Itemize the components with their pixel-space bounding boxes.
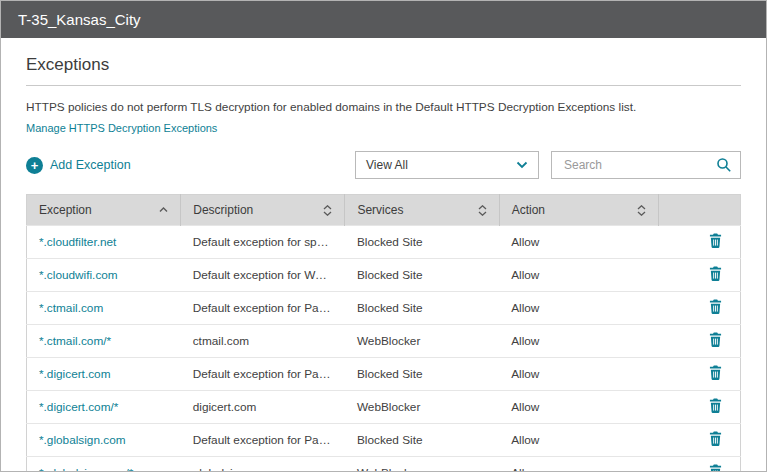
exceptions-table: Exception Description <box>26 194 741 472</box>
table-row: *.ctmail.com/*ctmail.comWebBlockerAllow <box>27 325 741 358</box>
delete-exception-button[interactable] <box>709 233 722 248</box>
exception-cell: *.cloudfilter.net <box>27 226 181 259</box>
trash-icon <box>709 398 722 413</box>
row-actions-cell <box>658 226 740 259</box>
row-actions-cell <box>658 457 740 472</box>
exception-link[interactable]: *.digicert.com <box>39 367 110 381</box>
delete-exception-button[interactable] <box>709 365 722 380</box>
manage-exceptions-link[interactable]: Manage HTTPS Decryption Exceptions <box>26 122 217 134</box>
exception-link[interactable]: *.ctmail.com/* <box>39 334 111 348</box>
exception-link[interactable]: *.globalsign.com <box>39 433 126 447</box>
exception-link[interactable]: *.cloudfilter.net <box>39 235 116 249</box>
row-actions-cell <box>658 325 740 358</box>
view-filter-dropdown[interactable]: View All <box>355 151 539 179</box>
column-header-exception[interactable]: Exception <box>27 195 181 226</box>
action-cell: Allow <box>499 259 658 292</box>
trash-icon <box>709 266 722 281</box>
page: T-35_Kansas_City Exceptions HTTPS polici… <box>0 0 767 472</box>
row-actions-cell <box>658 259 740 292</box>
search-box <box>551 151 741 179</box>
description-cell: Default exception for Wat... <box>181 259 345 292</box>
description-cell: Default exception for Pan... <box>181 424 345 457</box>
toolbar: + Add Exception View All <box>26 151 741 179</box>
row-actions-cell <box>658 424 740 457</box>
action-cell: Allow <box>499 358 658 391</box>
services-cell: Blocked Site <box>345 259 499 292</box>
search-input[interactable] <box>562 157 716 173</box>
sort-both-icon <box>478 205 487 216</box>
add-exception-button[interactable]: + Add Exception <box>26 157 131 174</box>
chevron-down-icon <box>516 161 528 169</box>
exception-cell: *.ctmail.com <box>27 292 181 325</box>
exception-cell: *.ctmail.com/* <box>27 325 181 358</box>
trash-icon <box>709 233 722 248</box>
exception-link[interactable]: *.digicert.com/* <box>39 400 118 414</box>
exception-cell: *.digicert.com <box>27 358 181 391</box>
description-cell: Default exception for Pan... <box>181 292 345 325</box>
sort-both-icon <box>637 205 646 216</box>
trash-icon <box>709 299 722 314</box>
sort-asc-icon <box>159 207 168 213</box>
services-cell: WebBlocker <box>345 391 499 424</box>
exception-link[interactable]: *.ctmail.com <box>39 301 103 315</box>
column-header-services[interactable]: Services <box>345 195 499 226</box>
description-cell: Default exception for spa... <box>181 226 345 259</box>
action-cell: Allow <box>499 325 658 358</box>
window-title-bar: T-35_Kansas_City <box>1 1 766 38</box>
description-cell: digicert.com <box>181 391 345 424</box>
services-cell: WebBlocker <box>345 325 499 358</box>
trash-icon <box>709 431 722 446</box>
delete-exception-button[interactable] <box>709 299 722 314</box>
delete-exception-button[interactable] <box>709 431 722 446</box>
description-cell: ctmail.com <box>181 325 345 358</box>
row-actions-cell <box>658 358 740 391</box>
delete-exception-button[interactable] <box>709 332 722 347</box>
services-cell: Blocked Site <box>345 292 499 325</box>
row-actions-cell <box>658 292 740 325</box>
table-row: *.cloudwifi.comDefault exception for Wat… <box>27 259 741 292</box>
exception-cell: *.globalsign.com/* <box>27 457 181 472</box>
column-header-action[interactable]: Action <box>499 195 658 226</box>
delete-exception-button[interactable] <box>709 398 722 413</box>
column-header-description[interactable]: Description <box>181 195 345 226</box>
services-cell: Blocked Site <box>345 424 499 457</box>
table-row: *.digicert.comDefault exception for Pan.… <box>27 358 741 391</box>
add-exception-label: Add Exception <box>50 158 131 172</box>
trash-icon <box>709 332 722 347</box>
column-header-actions-empty <box>658 195 740 226</box>
description-text: HTTPS policies do not perform TLS decryp… <box>26 100 741 114</box>
exceptions-table-body: *.cloudfilter.netDefault exception for s… <box>27 226 741 472</box>
delete-exception-button[interactable] <box>709 464 722 472</box>
exception-link[interactable]: *.cloudwifi.com <box>39 268 118 282</box>
search-icon[interactable] <box>716 157 732 173</box>
section-title: Exceptions <box>26 55 741 86</box>
plus-circle-icon: + <box>26 157 43 174</box>
exception-link[interactable]: *.globalsign.com/* <box>39 466 133 472</box>
action-cell: Allow <box>499 226 658 259</box>
services-cell: Blocked Site <box>345 358 499 391</box>
exception-cell: *.digicert.com/* <box>27 391 181 424</box>
table-row: *.ctmail.comDefault exception for Pan...… <box>27 292 741 325</box>
table-row: *.digicert.com/*digicert.comWebBlockerAl… <box>27 391 741 424</box>
description-cell: globalsign.com <box>181 457 345 472</box>
table-header-row: Exception Description <box>27 195 741 226</box>
table-row: *.globalsign.comDefault exception for Pa… <box>27 424 741 457</box>
description-cell: Default exception for Pan... <box>181 358 345 391</box>
table-row: *.globalsign.com/*globalsign.comWebBlock… <box>27 457 741 472</box>
action-cell: Allow <box>499 457 658 472</box>
trash-icon <box>709 365 722 380</box>
view-filter-value: View All <box>366 158 408 172</box>
action-cell: Allow <box>499 391 658 424</box>
row-actions-cell <box>658 391 740 424</box>
page-title: T-35_Kansas_City <box>18 11 141 28</box>
content-area: Exceptions HTTPS policies do not perform… <box>1 55 766 472</box>
sort-both-icon <box>323 205 332 216</box>
services-cell: Blocked Site <box>345 226 499 259</box>
exception-cell: *.globalsign.com <box>27 424 181 457</box>
trash-icon <box>709 464 722 472</box>
delete-exception-button[interactable] <box>709 266 722 281</box>
table-row: *.cloudfilter.netDefault exception for s… <box>27 226 741 259</box>
services-cell: WebBlocker <box>345 457 499 472</box>
action-cell: Allow <box>499 292 658 325</box>
action-cell: Allow <box>499 424 658 457</box>
